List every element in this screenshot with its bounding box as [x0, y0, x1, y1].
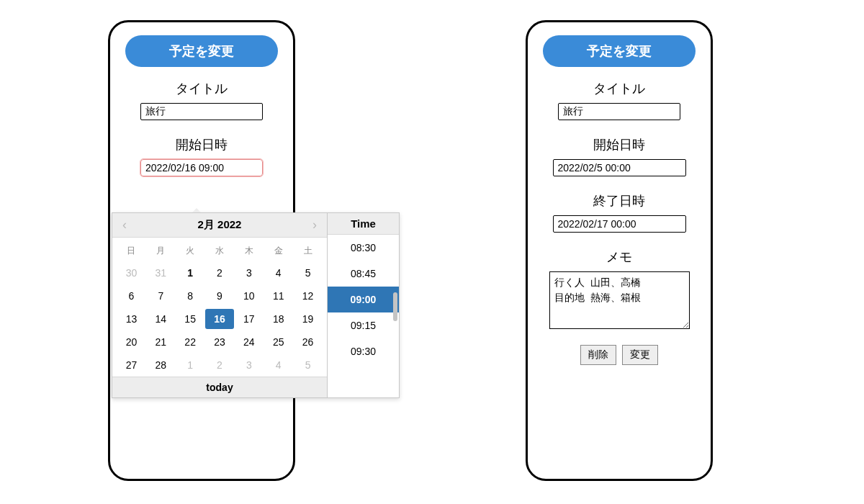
calendar-day[interactable]: 10 — [234, 286, 264, 306]
calendar-panel: ‹ 2月 2022 › 日月火水木金土303112345678910111213… — [112, 212, 328, 398]
calendar-day[interactable]: 8 — [176, 286, 205, 306]
calendar-dow: 土 — [293, 242, 323, 260]
calendar-day[interactable]: 4 — [264, 263, 293, 283]
calendar-day[interactable]: 6 — [117, 286, 146, 306]
next-month-icon[interactable]: › — [308, 217, 321, 233]
time-option[interactable]: 09:30 — [328, 338, 399, 364]
calendar-day[interactable]: 1 — [176, 263, 205, 283]
title-field-group: タイトル — [119, 80, 284, 120]
title-label: タイトル — [536, 80, 702, 97]
calendar-day[interactable]: 15 — [176, 309, 205, 329]
calendar-day[interactable]: 2 — [205, 263, 235, 283]
calendar-day[interactable]: 19 — [293, 309, 323, 329]
title-input[interactable] — [558, 103, 680, 120]
time-option[interactable]: 08:45 — [328, 261, 399, 287]
calendar-day[interactable]: 30 — [117, 263, 146, 283]
calendar-day[interactable]: 9 — [205, 286, 235, 306]
calendar-header: ‹ 2月 2022 › — [112, 213, 327, 238]
action-button-row: 削除 変更 — [536, 345, 702, 365]
start-datetime-label: 開始日時 — [536, 136, 702, 153]
calendar-day[interactable]: 5 — [293, 263, 323, 283]
calendar-day[interactable]: 3 — [234, 355, 264, 375]
calendar-day[interactable]: 27 — [117, 355, 146, 375]
calendar-day[interactable]: 21 — [146, 332, 176, 352]
calendar-day[interactable]: 17 — [234, 309, 264, 329]
title-field-group: タイトル — [536, 80, 702, 120]
end-datetime-input[interactable] — [553, 215, 686, 233]
memo-label: メモ — [536, 248, 702, 266]
calendar-dow: 木 — [234, 242, 264, 260]
title-input[interactable] — [140, 103, 263, 120]
calendar-dow: 金 — [264, 242, 293, 260]
start-field-group: 開始日時 — [119, 136, 284, 176]
calendar-day[interactable]: 23 — [205, 332, 235, 352]
calendar-day-selected[interactable]: 16 — [205, 309, 235, 329]
calendar-day[interactable]: 24 — [234, 332, 264, 352]
calendar-dow: 月 — [146, 242, 176, 260]
calendar-day[interactable]: 7 — [146, 286, 176, 306]
calendar-day[interactable]: 4 — [264, 355, 293, 375]
calendar-month-title: 2月 2022 — [198, 218, 242, 232]
calendar-day[interactable]: 31 — [146, 263, 176, 283]
calendar-day[interactable]: 1 — [176, 355, 205, 375]
time-option-selected[interactable]: 09:00 — [328, 287, 399, 312]
phone-mock-right: 予定を変更 タイトル 開始日時 終了日時 メモ 削除 変更 — [526, 20, 713, 481]
header-change-button[interactable]: 予定を変更 — [125, 35, 278, 67]
start-datetime-input[interactable] — [553, 159, 686, 176]
calendar-day[interactable]: 25 — [264, 332, 293, 352]
calendar-day[interactable]: 11 — [264, 286, 293, 306]
time-header: Time — [328, 213, 399, 235]
picker-arrow-icon — [192, 208, 201, 212]
memo-textarea[interactable] — [549, 271, 690, 329]
calendar-day[interactable]: 3 — [234, 263, 264, 283]
calendar-day[interactable]: 5 — [293, 355, 323, 375]
calendar-day[interactable]: 26 — [293, 332, 323, 352]
memo-field-group: メモ — [536, 248, 702, 329]
datetime-picker: ‹ 2月 2022 › 日月火水木金土303112345678910111213… — [112, 212, 400, 398]
calendar-dow: 日 — [117, 242, 146, 260]
time-list[interactable]: 08:3008:4509:0009:1509:30 — [328, 235, 399, 397]
calendar-day[interactable]: 22 — [176, 332, 205, 352]
calendar-day[interactable]: 13 — [117, 309, 146, 329]
time-option[interactable]: 08:30 — [328, 235, 399, 261]
today-button[interactable]: today — [112, 377, 327, 397]
calendar-day[interactable]: 12 — [293, 286, 323, 306]
calendar-day[interactable]: 2 — [205, 355, 235, 375]
delete-button[interactable]: 削除 — [580, 345, 616, 365]
start-datetime-label: 開始日時 — [119, 136, 284, 153]
time-panel: Time 08:3008:4509:0009:1509:30 — [328, 212, 400, 398]
title-label: タイトル — [119, 80, 284, 97]
time-scrollbar-thumb[interactable] — [393, 292, 397, 321]
end-datetime-label: 終了日時 — [536, 192, 702, 210]
calendar-dow: 水 — [205, 242, 235, 260]
header-change-button[interactable]: 予定を変更 — [543, 35, 696, 67]
start-field-group: 開始日時 — [536, 136, 702, 176]
calendar-day[interactable]: 28 — [146, 355, 176, 375]
calendar-day[interactable]: 14 — [146, 309, 176, 329]
calendar-dow: 火 — [176, 242, 205, 260]
calendar-grid: 日月火水木金土303112345678910111213141516171819… — [112, 238, 327, 377]
prev-month-icon[interactable]: ‹ — [118, 217, 131, 233]
update-button[interactable]: 変更 — [622, 345, 658, 365]
calendar-day[interactable]: 18 — [264, 309, 293, 329]
time-option[interactable]: 09:15 — [328, 312, 399, 338]
calendar-day[interactable]: 20 — [117, 332, 146, 352]
start-datetime-input[interactable] — [140, 159, 263, 176]
end-field-group: 終了日時 — [536, 192, 702, 233]
